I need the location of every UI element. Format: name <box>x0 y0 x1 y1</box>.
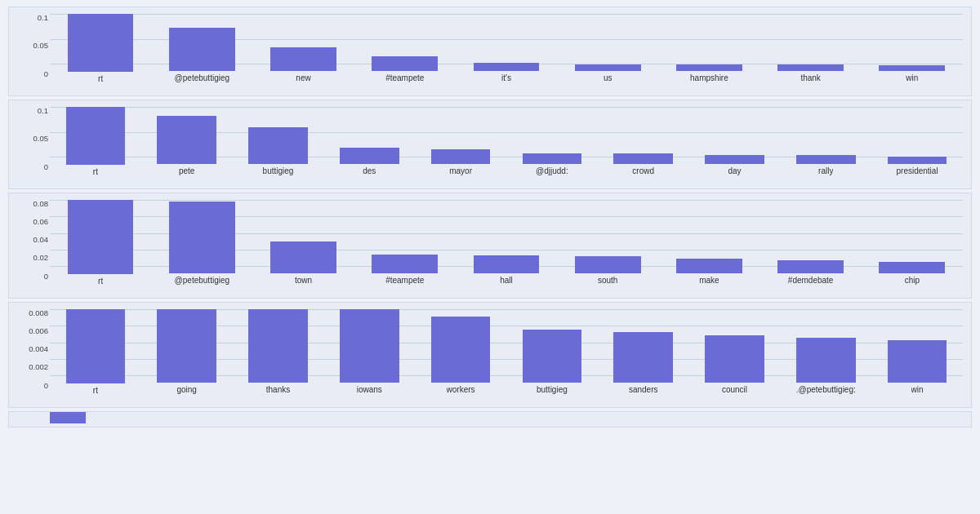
bar-group: rally <box>780 107 871 175</box>
bar-group: workers <box>415 309 506 394</box>
bar <box>474 255 540 273</box>
y-axis-label: 0.006 <box>29 327 48 335</box>
bar-group: #teampete <box>354 14 456 82</box>
bar-group: council <box>689 309 781 394</box>
bar-group: sanders <box>598 309 689 394</box>
bar-group: des <box>323 107 415 175</box>
bar-partial <box>50 412 86 423</box>
y-axis-label: 0 <box>44 163 48 171</box>
bar-group: thanks <box>233 309 324 394</box>
bar-label: presidential <box>896 166 938 175</box>
bar <box>705 335 764 383</box>
bar-label: going <box>176 385 196 394</box>
chart-row-1: 0.10.050rt@petebuttigiegnew#teampeteit's… <box>8 7 972 96</box>
bar-label: workers <box>447 385 475 394</box>
bar-group: mayor <box>415 107 506 175</box>
y-axis-label: 0.002 <box>29 363 48 371</box>
bar-label: rt <box>98 74 103 82</box>
bar-group: pete <box>141 107 233 175</box>
bar <box>157 309 216 383</box>
bar <box>777 64 844 71</box>
y-axis: 0.10.050 <box>12 14 48 78</box>
bar-label: buttigieg <box>537 385 568 394</box>
y-axis-label: 0.02 <box>33 254 49 262</box>
bar-label: iowans <box>357 385 382 394</box>
bar <box>888 340 947 383</box>
bar-label: buttigieg <box>263 166 294 175</box>
bar-group: rt <box>50 14 151 82</box>
bar <box>248 127 308 164</box>
bar-label: rt <box>98 277 103 285</box>
bar <box>372 255 438 273</box>
bar-group: day <box>689 107 781 175</box>
bar-group: @djjudd: <box>506 107 598 175</box>
bar-label: des <box>363 166 376 175</box>
bar-group: rt <box>50 107 141 175</box>
bar-label: #teampete <box>385 73 424 82</box>
bar-label: council <box>722 385 747 394</box>
y-axis-label: 0.06 <box>33 218 49 226</box>
bar-label: rally <box>818 166 833 175</box>
bar <box>68 14 134 72</box>
bar <box>575 64 641 71</box>
bar <box>372 56 438 71</box>
y-axis: 0.10.050 <box>12 107 48 171</box>
bar-label: crowd <box>632 166 654 175</box>
bar-label: sanders <box>629 385 658 394</box>
bar-label: thank <box>800 73 820 82</box>
bar-label: hampshire <box>690 73 728 82</box>
y-axis-label: 0 <box>44 273 48 281</box>
bar-label: @djjudd: <box>536 166 568 175</box>
bar-label: day <box>728 166 741 175</box>
bar-label: @petebuttigieg <box>175 73 229 82</box>
bar-group: buttigieg <box>506 309 598 394</box>
bar-group: buttigieg <box>233 107 324 175</box>
bar <box>68 200 134 274</box>
bar-label: new <box>296 73 310 82</box>
bar-label: rt <box>93 386 98 394</box>
bar-group: thank <box>760 14 862 82</box>
bar-label: us <box>604 73 612 82</box>
bar-label: win <box>911 385 924 394</box>
bar-label: rt <box>93 167 98 175</box>
bar <box>676 259 742 273</box>
bar-label: it's <box>501 73 511 82</box>
bar-group: south <box>557 200 658 285</box>
bar-group: crowd <box>598 107 689 175</box>
bar <box>431 149 491 164</box>
y-axis-label: 0.1 <box>38 107 48 115</box>
bar <box>431 317 491 383</box>
bar-label: pete <box>179 166 194 175</box>
bar <box>777 260 844 273</box>
bar-group: iowans <box>323 309 415 394</box>
bar <box>705 155 764 164</box>
bar-group: it's <box>456 14 557 82</box>
bar-group: presidential <box>871 107 963 175</box>
y-axis: 0.0080.0060.0040.0020 <box>12 309 48 389</box>
bar-label: south <box>598 276 617 285</box>
bar <box>270 241 336 273</box>
y-axis-label: 0.05 <box>33 135 49 143</box>
bar-group: @petebuttigieg <box>151 14 252 82</box>
chart-row-4: 0.0080.0060.0040.0020rtgoingthanksiowans… <box>8 302 972 408</box>
bar-label: .@petebuttigieg: <box>796 385 856 394</box>
bar-group: #demdebate <box>760 200 862 285</box>
bar <box>340 148 399 164</box>
bar-group: @petebuttigieg <box>151 200 252 285</box>
bar-label: mayor <box>449 166 472 175</box>
bar-label: #demdebate <box>788 276 834 285</box>
bar-group: .@petebuttigieg: <box>780 309 871 394</box>
y-axis-label: 0 <box>44 382 48 390</box>
bar <box>796 155 856 164</box>
bar <box>523 153 582 164</box>
bar-label: #teampete <box>385 276 424 285</box>
bar-group: hall <box>456 200 557 285</box>
y-axis-label: 0.004 <box>29 345 48 353</box>
bar <box>270 47 336 71</box>
chart-row-2: 0.10.050rtpetebuttigiegdesmayor@djjudd:c… <box>8 100 972 189</box>
bar <box>879 65 945 71</box>
bar <box>613 153 673 164</box>
charts-container: 0.10.050rt@petebuttigiegnew#teampeteit's… <box>0 0 980 434</box>
bar <box>340 309 399 383</box>
bar <box>613 332 673 383</box>
